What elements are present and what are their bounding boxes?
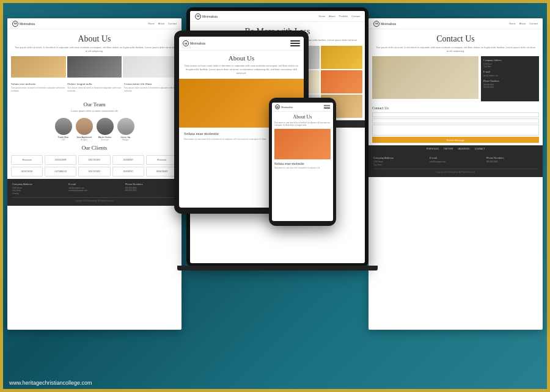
form-message[interactable] bbox=[372, 125, 539, 136]
tablet-title: About Us bbox=[179, 51, 304, 64]
tablet-hamburger[interactable] bbox=[290, 39, 300, 48]
contact-email-title: E-mail bbox=[483, 70, 537, 73]
footer-address-col: Company Address 1234 StreetCity, StateCo… bbox=[12, 183, 64, 195]
team-heading: Our Team bbox=[7, 101, 182, 107]
about-subtitle: Tuis ipsum dolor sit amet, In hendrerit … bbox=[13, 46, 175, 53]
clients-heading: Our Clients bbox=[7, 145, 182, 151]
footer-email-text: info@example.comcontact@example.com bbox=[68, 187, 120, 192]
contact-footer-phone-title: Phone Numbers bbox=[486, 156, 538, 159]
middle-nav-home[interactable]: Home bbox=[318, 15, 325, 18]
about-us-card: M Minimalista Home About Contact About U… bbox=[7, 18, 182, 330]
about-img-1 bbox=[11, 56, 66, 78]
content-title-2: Dolore feugiat nulla bbox=[67, 82, 121, 85]
footer-phone-col: Phone Numbers 000-000-0000000-000-0001 bbox=[125, 183, 177, 195]
team-description: Lorem ipsum dolor sit amet consectetur e… bbox=[7, 109, 182, 115]
nav-contact[interactable]: Contact bbox=[168, 22, 177, 25]
middle-nav-portfolio[interactable]: Portfolio bbox=[339, 15, 348, 18]
about-img-2 bbox=[67, 56, 122, 78]
contact-logo: M Minimalista bbox=[373, 21, 396, 27]
footer-bottom: Copyright 2014 Minimalista. All Rights R… bbox=[12, 197, 177, 202]
top-border bbox=[0, 0, 550, 3]
contact-info-dark: Company Address 1234 StreetCity, State E… bbox=[481, 56, 539, 101]
contact-card-footer: Company Address 1234 StreetCity, State E… bbox=[369, 153, 543, 177]
contact-nav-about[interactable]: About bbox=[519, 22, 526, 25]
gallery-8 bbox=[321, 70, 362, 93]
contact-address-title: Company Address bbox=[483, 59, 537, 62]
contact-subtitle: Tuis ipsum dolor sit amet, In hendrerit … bbox=[375, 46, 537, 53]
about-card-logo: M Minimalista bbox=[12, 21, 35, 27]
contact-footer-address-text: 1234 StreetCity, State bbox=[373, 161, 425, 166]
contact-footer-address: Company Address 1234 StreetCity, State bbox=[373, 156, 425, 166]
team-member-4: Jenny Jay Manager bbox=[117, 118, 134, 141]
contact-footer-address-title: Company Address bbox=[373, 156, 425, 159]
form-name[interactable] bbox=[372, 112, 539, 117]
contact-footer-email-text: info@example.com bbox=[430, 161, 481, 164]
website-url: www.heritagechristiancollege.com bbox=[9, 380, 92, 386]
nav-about[interactable]: About bbox=[158, 22, 164, 25]
contact-dark-nav-portfolio[interactable]: PORTFOLIO bbox=[427, 148, 439, 150]
contact-dark-nav-facebook[interactable]: FACEBOOK bbox=[458, 148, 469, 150]
gallery-4 bbox=[321, 46, 362, 69]
form-email[interactable] bbox=[372, 118, 539, 123]
contact-title-section: Contact Us Tuis ipsum dolor sit amet, In… bbox=[369, 29, 543, 56]
phone-content: About Us Duis autem vel eum iriure dolor… bbox=[272, 112, 333, 172]
phone-screen: M Minimalista About Us Duis autem vel eu… bbox=[272, 103, 333, 221]
phone-image bbox=[274, 129, 331, 159]
contact-footer-bottom: Copyright 2014 Minimalista. All Rights R… bbox=[373, 169, 538, 173]
team-member-3: Martin Gruber Developer bbox=[97, 118, 114, 141]
team-avatar-3 bbox=[97, 118, 114, 135]
contact-footer-phone: Phone Numbers 000-000-0000 bbox=[486, 156, 538, 166]
logo-icon: M bbox=[12, 21, 18, 27]
middle-nav-about[interactable]: About bbox=[329, 15, 335, 18]
client-7: GETABROAD bbox=[45, 167, 76, 176]
about-title: About Us bbox=[13, 34, 175, 44]
contact-image bbox=[372, 56, 479, 99]
clients-grid: Restaurant DESIGNERS MOUNTAINS DEEREND R… bbox=[7, 153, 182, 179]
phone-logo-icon: M bbox=[275, 104, 280, 109]
content-title-3: Consectetuer elit illum bbox=[124, 82, 178, 85]
contact-nav-home[interactable]: Home bbox=[509, 22, 516, 25]
tablet-logo: M Minimalista bbox=[183, 40, 205, 46]
middle-nav-contact[interactable]: Contact bbox=[351, 15, 360, 18]
contact-footer-copyright: Copyright 2014 Minimalista. All Rights R… bbox=[373, 171, 538, 173]
content-text-3: Tuis ipsum dolor sit amet in hendrerit v… bbox=[124, 87, 178, 93]
contact-dark-nav: PORTFOLIO TWITTER FACEBOOK CONTACT bbox=[369, 145, 543, 153]
contact-footer-phone-text: 000-000-0000 bbox=[486, 161, 538, 164]
contact-footer-email-title: E-mail bbox=[430, 156, 481, 159]
contact-logo-icon: M bbox=[373, 21, 380, 27]
middle-card-header: M Minimalista Home About Portfolio Conta… bbox=[190, 11, 365, 22]
laptop-base bbox=[177, 266, 378, 270]
phone-section-title: Soluta esse molestie bbox=[274, 162, 331, 165]
contact-us-card: M Minimalista Home About Contact Contact… bbox=[369, 18, 543, 330]
client-3: MOUNTAINS bbox=[78, 155, 110, 165]
team-role-2: Designer bbox=[76, 139, 93, 141]
phone-device: M Minimalista About Us Duis autem vel eu… bbox=[269, 98, 336, 226]
middle-nav: Home About Portfolio Contact bbox=[318, 15, 360, 18]
content-block-3: Consectetuer elit illum Tuis ipsum dolor… bbox=[124, 82, 178, 93]
content-title-1: Soluta esse molestie bbox=[11, 82, 65, 85]
team-avatar-4 bbox=[117, 118, 134, 135]
middle-logo-name: Minimalista bbox=[202, 15, 218, 18]
phone-text: Duis autem vel eum iriure dolor in hendr… bbox=[274, 122, 331, 126]
about-content: Soluta esse molestie Tuis ipsum dolor si… bbox=[7, 80, 182, 98]
logo-name: Minimalista bbox=[20, 22, 35, 26]
nav-home[interactable]: Home bbox=[148, 22, 155, 25]
phone-logo: M Minimalista bbox=[275, 104, 293, 109]
contact-dark-nav-twitter[interactable]: TWITTER bbox=[444, 148, 453, 150]
client-5: Restaurant bbox=[146, 155, 178, 165]
phone-hamburger[interactable] bbox=[324, 105, 330, 109]
middle-logo: M Minimalista bbox=[195, 13, 218, 20]
client-9: DEEREND bbox=[112, 167, 144, 176]
contact-dark-nav-contact[interactable]: CONTACT bbox=[475, 148, 485, 150]
client-6: DESIGNERS bbox=[11, 167, 43, 176]
left-border bbox=[0, 0, 3, 392]
team-role-4: Manager bbox=[117, 139, 134, 141]
team-member-2: Jane Appleseed Designer bbox=[76, 118, 93, 141]
form-submit-btn[interactable]: Submit Message bbox=[372, 137, 539, 143]
contact-logo-name: Minimalista bbox=[381, 22, 396, 26]
contact-nav-contact[interactable]: Contact bbox=[529, 22, 538, 25]
phone-section-text: Duis autem vel eum iriure dolor in hendr… bbox=[274, 167, 331, 169]
contact-address-text: 1234 StreetCity, State bbox=[483, 63, 537, 68]
client-2: DESIGNERS bbox=[45, 155, 76, 165]
footer-phone-title: Phone Numbers bbox=[125, 183, 177, 186]
